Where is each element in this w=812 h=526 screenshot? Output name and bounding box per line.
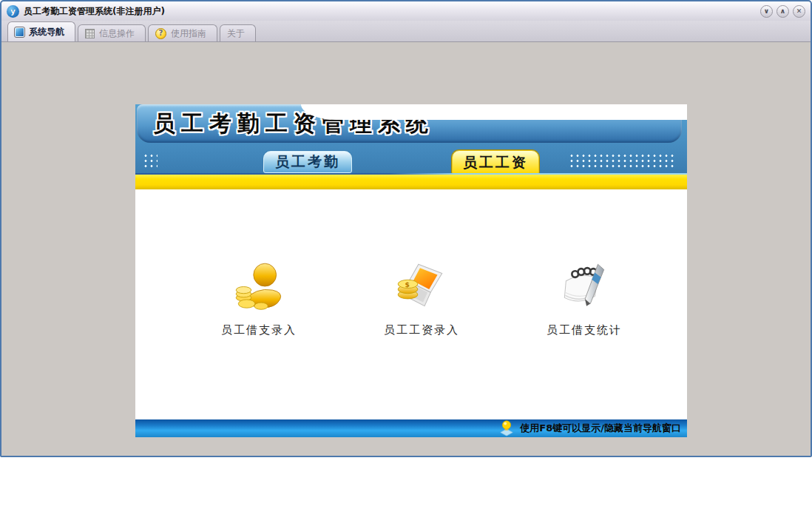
- tab-label: 系统导航: [29, 26, 64, 38]
- shortcut-label: 员工工资录入: [384, 323, 459, 337]
- svg-text:$: $: [405, 280, 409, 289]
- maximize-button[interactable]: ∧: [777, 5, 789, 18]
- navigator-panel: 员工考勤工资管理系统 员工考勤 员工工资: [135, 104, 687, 437]
- lightbulb-icon: [499, 420, 514, 436]
- app-logo-icon: y: [7, 5, 19, 18]
- question-coin-icon: ?: [155, 28, 166, 39]
- panel-header: 员工考勤工资管理系统 员工考勤 员工工资: [135, 104, 687, 173]
- title-bar: y 员工考勤工资管理系统(非注册用户) ∨ ∧ ✕: [1, 1, 811, 21]
- dots-decoration-left: [143, 153, 158, 168]
- laptop-coins-icon: $: [393, 258, 450, 316]
- tab-about[interactable]: 关于: [220, 24, 256, 41]
- panel-status-bar: 使用F8键可以显示/隐藏当前导航窗口: [135, 419, 687, 437]
- shortcut-area: 员工借支录入: [135, 189, 687, 419]
- shortcut-label: 员工借支统计: [547, 323, 622, 337]
- main-tab-strip: 系统导航 信息操作 ? 使用指南 关于: [1, 21, 811, 42]
- status-tip: 使用F8键可以显示/隐藏当前导航窗口: [520, 422, 681, 435]
- tab-label: 使用指南: [171, 27, 206, 40]
- notepad-pen-icon: [555, 258, 613, 316]
- close-button[interactable]: ✕: [793, 5, 805, 18]
- grid-icon: [85, 29, 95, 38]
- window-title: 员工考勤工资管理系统(非注册用户): [24, 5, 165, 18]
- banner-swoosh-decoration: [301, 104, 687, 120]
- shortcut-loan-statistics[interactable]: 员工借支统计: [535, 258, 633, 337]
- tab-system-navigation[interactable]: 系统导航: [7, 21, 75, 41]
- shortcut-salary-entry[interactable]: $ 员工工资录入: [373, 258, 470, 337]
- tab-information-operations[interactable]: 信息操作: [78, 24, 146, 41]
- app-window: y 员工考勤工资管理系统(非注册用户) ∨ ∧ ✕ 系统导航 信息操作 ? 使用…: [0, 0, 812, 457]
- shortcut-loan-entry[interactable]: 员工借支录入: [210, 258, 308, 337]
- divider-line: [135, 173, 687, 175]
- yellow-bar: [135, 175, 687, 189]
- person-coins-icon: [230, 258, 288, 316]
- tab-label: 信息操作: [99, 27, 135, 40]
- shortcut-label: 员工借支录入: [221, 323, 297, 337]
- tab-employee-attendance[interactable]: 员工考勤: [263, 151, 352, 173]
- navigation-square-icon: [15, 27, 24, 37]
- tab-label: 关于: [227, 27, 245, 40]
- window-controls: ∨ ∧ ✕: [760, 5, 805, 18]
- minimize-button[interactable]: ∨: [760, 5, 773, 18]
- tab-employee-salary[interactable]: 员工工资: [452, 150, 539, 173]
- tab-user-guide[interactable]: ? 使用指南: [148, 24, 217, 41]
- dots-decoration-right: [569, 153, 677, 168]
